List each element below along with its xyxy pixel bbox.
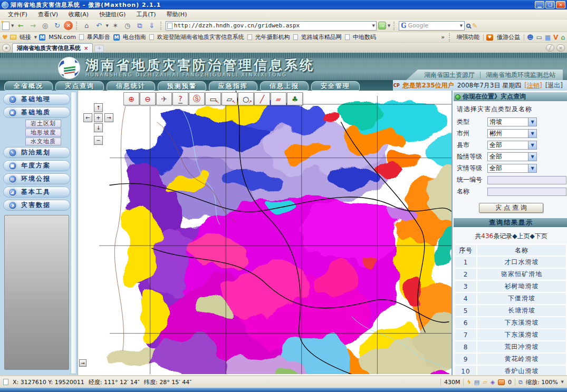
chevron-down-icon[interactable]: ▼ [528, 118, 536, 126]
eraser-icon[interactable]: ▰ [271, 92, 286, 105]
torch-icon[interactable]: V [553, 34, 558, 41]
county-select[interactable]: 全部 ▼ [487, 141, 537, 150]
sidebar-item-annual-plan[interactable]: ■ 年度方案 [3, 160, 70, 171]
scale-icon[interactable]: Ⓢ [189, 92, 205, 105]
table-row[interactable]: 8荒田冲滑坡 [455, 341, 567, 354]
window-zoom-icon[interactable]: ⧉ [518, 379, 523, 386]
settings-wrench-button[interactable]: ╱ [546, 44, 554, 52]
pan-up-button[interactable]: ↑ [94, 103, 103, 112]
nav-tab-info-statistics[interactable]: 信息统计 [107, 81, 155, 91]
search-input[interactable]: Google [408, 22, 458, 29]
next-page-link[interactable]: ◆下页 [530, 232, 547, 240]
boost-icon[interactable]: ϟ [467, 379, 470, 386]
link-guangnian[interactable]: 光年摄影机构 [254, 33, 291, 41]
zoom-out-icon[interactable]: ⊖ [140, 92, 156, 105]
table-row[interactable]: 4下僵滑坡 [455, 293, 567, 305]
plugin-icon[interactable]: ◈ [491, 379, 495, 386]
undo-dropdown-icon[interactable]: ▼ [105, 24, 108, 28]
exit-link[interactable]: [退出] [545, 81, 563, 90]
map-viewport[interactable]: ⊕ ⊖ ✈ ? Ⓢ ▭↖ ▱↖ ○↗ ╱ ▰ ♣ ↑ ← + → ↓ − → [78, 91, 453, 375]
pan-center-button[interactable]: + [94, 113, 103, 122]
charity-button[interactable]: 傲游公益 [496, 33, 521, 41]
clock-history-icon[interactable]: ◷ [122, 21, 133, 31]
prev-page-link[interactable]: ◆上页 [512, 232, 530, 240]
close-tabs-button[interactable]: × [556, 44, 565, 52]
pan-down-button[interactable]: ↓ [94, 123, 103, 132]
links-label[interactable]: 链接 [18, 33, 32, 41]
zoom-minus-button[interactable]: − [94, 136, 103, 145]
table-row[interactable]: 3衫树坳滑坡 [455, 281, 567, 293]
type-select[interactable]: 滑坡 ▼ [487, 117, 537, 126]
stop-icon[interactable]: ✕ [64, 21, 73, 30]
menu-tools[interactable]: 工具(T) [131, 9, 160, 19]
notes-icon[interactable]: ▦ [545, 34, 551, 41]
sidebar-item-base-geography[interactable]: » 基础地理 [3, 94, 70, 105]
table-row[interactable]: 1才口水滑坡 [455, 257, 567, 269]
user-icon[interactable]: ☻ [527, 34, 534, 41]
maxthon-charity-icon[interactable]: ♥ [486, 34, 493, 41]
new-tab-icon[interactable] [2, 22, 9, 30]
pan-left-button[interactable]: ← [83, 113, 92, 122]
menu-groups[interactable]: 快捷组(G) [94, 9, 130, 19]
disaster-level-select[interactable]: 全部 ▼ [487, 164, 537, 173]
building-icon[interactable]: ⌂ [561, 34, 565, 41]
draw-line-icon[interactable]: ╱ [254, 92, 270, 105]
highlight-pencil-icon[interactable]: ✎ [472, 22, 477, 30]
forward-icon[interactable]: → [27, 21, 38, 31]
nav-tab-disaster-query[interactable]: 灾点查询 [55, 81, 104, 91]
link-icon[interactable]: ⧉ [134, 21, 145, 31]
window-icon[interactable]: ▭ [536, 34, 542, 41]
sidebar-subitem-rock-soil-zoning[interactable]: 岩土区划 [25, 120, 61, 128]
nav-tab-province-overview[interactable]: 全省概况 [4, 81, 53, 91]
download-icon[interactable]: ⇓ [147, 21, 157, 31]
table-row[interactable]: 5长塘滑坡 [455, 305, 567, 317]
tab-list-star-icon[interactable]: ★ [2, 44, 11, 52]
table-row[interactable]: 7下东溪滑坡 [455, 329, 567, 341]
link-geo-env-monitor-station[interactable]: 湖南省地质环境监测总站 [486, 71, 555, 80]
links-folder-icon[interactable] [10, 35, 16, 40]
refresh-icon[interactable]: ↻ [52, 21, 62, 31]
logout-link[interactable]: [注销] [524, 81, 542, 90]
link-msn[interactable]: MSN.com [47, 34, 77, 41]
chevron-down-icon[interactable]: ▼ [528, 141, 536, 149]
tab-close-icon[interactable]: × [84, 45, 88, 51]
links-overflow-chevron[interactable]: » [441, 34, 445, 41]
nav-tab-emergency-command[interactable]: 应急指挥 [209, 81, 257, 91]
sidebar-item-disaster-data[interactable]: ◑ 灾害数据 [3, 200, 70, 211]
table-row[interactable]: 9黄花岭滑坡 [455, 354, 567, 366]
image-filter-icon[interactable] [498, 379, 505, 385]
menu-favorites[interactable]: 收藏(A) [64, 9, 93, 19]
sidebar-item-base-geology[interactable]: ▣ 基础地质 [3, 107, 70, 118]
chevron-down-icon[interactable]: ▼ [528, 153, 536, 161]
danger-level-select[interactable]: 全部 ▼ [487, 152, 537, 161]
back-icon[interactable]: ← [15, 21, 26, 31]
restore-button[interactable]: ❏ [545, 1, 555, 8]
disaster-query-button[interactable]: 灾 点 查 询 [479, 203, 543, 213]
printer-icon[interactable]: ▤ [474, 379, 479, 386]
go-button[interactable]: → [378, 22, 386, 30]
full-extent-icon[interactable]: ✈ [156, 92, 172, 105]
link-land-resources-dept[interactable]: 湖南省国土资源厅 [424, 71, 475, 80]
folder-icon[interactable]: ▱ [483, 379, 487, 386]
sidebar-item-prevention-planning[interactable]: ✎ 防治规划 [3, 147, 70, 158]
zoom-dropdown-icon[interactable]: ▼ [561, 380, 564, 384]
select-rectangle-icon[interactable]: ▭↖ [205, 92, 221, 105]
links-dropdown-icon[interactable]: ▼ [34, 35, 37, 40]
address-bar[interactable]: ▼ [166, 21, 377, 31]
unified-number-input[interactable] [487, 176, 566, 184]
layer-tree-icon[interactable]: ♣ [287, 92, 303, 105]
city-select[interactable]: 郴州 ▼ [487, 129, 537, 138]
zoom-level[interactable]: 缩放: 100% [526, 378, 558, 386]
new-tab-dropdown-icon[interactable]: ▼ [11, 24, 14, 28]
address-dropdown-icon[interactable]: ▼ [372, 24, 374, 28]
chevron-down-icon[interactable]: ▼ [528, 130, 536, 138]
link-welcome-system[interactable]: 欢迎登陆湖南省地质灾害信息系统 [156, 33, 245, 41]
pan-right-button[interactable]: → [104, 113, 113, 122]
favorites-heart-icon[interactable]: ♥ [2, 34, 8, 41]
magic-wand-icon[interactable]: ✶ [110, 21, 121, 31]
link-lanlu-city[interactable]: 览路城市精品网 [300, 33, 343, 41]
chevron-down-icon[interactable]: ▼ [528, 164, 536, 172]
table-row[interactable]: 6下东溪滑坡 [455, 317, 567, 329]
tab-active[interactable]: 湖南省地质灾害信息系统 × [12, 43, 93, 53]
zoom-box-icon[interactable]: ○↗ [238, 92, 254, 105]
